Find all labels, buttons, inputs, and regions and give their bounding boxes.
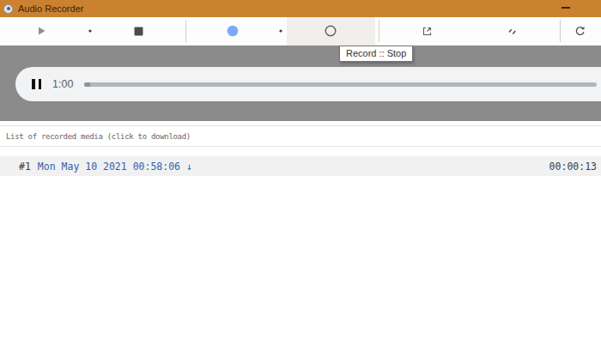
- dot-icon: [279, 29, 282, 33]
- record-icon: [325, 25, 337, 37]
- toolbar-separator: [379, 20, 379, 42]
- app-icon: [3, 4, 13, 14]
- reload-icon: [574, 26, 586, 37]
- window-title: Audio Recorder: [18, 3, 83, 14]
- play-marker-button[interactable]: [76, 17, 104, 45]
- toolbar-separator: [185, 20, 186, 42]
- trim-icon: [507, 26, 518, 37]
- pause-icon: [39, 79, 42, 89]
- titlebar: Audio Recorder: [0, 0, 601, 17]
- dot-icon: [88, 29, 92, 33]
- recording-duration: 00:00:13: [549, 161, 597, 173]
- audio-recorder-window: Audio Recorder: [0, 0, 601, 364]
- minimize-icon: [562, 7, 570, 9]
- download-icon: ↓: [186, 161, 192, 173]
- open-window-icon: [422, 26, 433, 37]
- stop-playback-button[interactable]: [124, 17, 152, 45]
- recording-timestamp: Mon May 10 2021 00:58:06: [38, 161, 180, 173]
- pause-button[interactable]: [32, 79, 41, 89]
- tooltip-record-stop: Record :: Stop: [339, 46, 413, 62]
- minimize-button[interactable]: [556, 0, 575, 15]
- record-pause-button[interactable]: [219, 17, 246, 45]
- app-icon-core: [7, 7, 10, 10]
- pause-icon: [32, 79, 35, 89]
- toolbar: [0, 17, 601, 46]
- media-list-header: List of recorded media (click to downloa…: [0, 125, 601, 147]
- seek-slider[interactable]: [84, 82, 597, 87]
- audio-player: 1:00: [15, 67, 601, 101]
- record-button[interactable]: [317, 17, 344, 45]
- media-row[interactable]: #1 Mon May 10 2021 00:58:06 ↓ 00:00:13: [0, 156, 601, 176]
- toolbar-separator: [560, 20, 561, 42]
- play-icon: [37, 26, 46, 36]
- trim-button[interactable]: [498, 17, 525, 45]
- row-index: #1: [19, 161, 31, 173]
- current-time: 1:00: [52, 78, 75, 90]
- stop-icon: [134, 27, 143, 36]
- record-pause-icon: [227, 25, 239, 37]
- play-button[interactable]: [27, 17, 55, 45]
- seek-played-portion: [84, 82, 90, 87]
- open-window-button[interactable]: [413, 17, 440, 45]
- reload-button[interactable]: [566, 17, 593, 45]
- player-panel: 1:00: [0, 46, 601, 121]
- record-marker-button[interactable]: [267, 17, 294, 45]
- download-link[interactable]: Mon May 10 2021 00:58:06 ↓: [38, 161, 192, 173]
